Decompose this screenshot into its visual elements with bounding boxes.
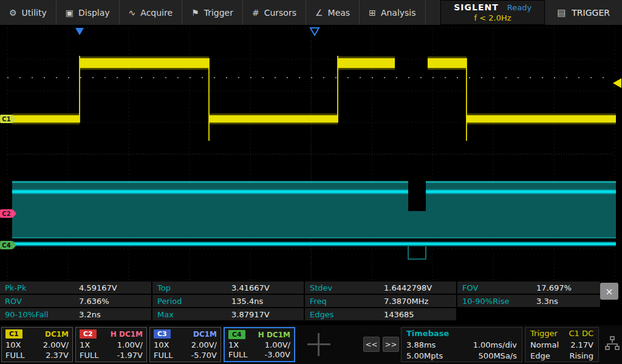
svg-text:C4: C4 — [2, 242, 10, 249]
trigger-panel[interactable]: Trigger C1 DC Normal 2.17V Edge Rising — [525, 327, 599, 362]
channel-c1-coupling: DC1M — [45, 330, 69, 339]
oscilloscope-screen: ⚙ Utility ▣ Display ∿ Acquire ⚑ Trigger … — [0, 0, 622, 364]
menu-meas[interactable]: ∠ Meas — [306, 0, 360, 25]
cursors-icon: # — [252, 8, 259, 18]
analysis-icon: ⊞ — [369, 8, 376, 18]
measurement-freq: Freq7.3870MHz — [305, 295, 456, 307]
measurement-panel: Pk-Pk4.59167V Top3.41667V Stdev1.6442798… — [0, 281, 600, 320]
channel-c3-offset: -5.70V — [191, 351, 217, 360]
menu-acquire-label: Acquire — [140, 8, 173, 18]
channel-c3-probe: 10X — [154, 340, 169, 349]
channel-c4-chip: C4 — [228, 330, 245, 339]
measurement-edges: Edges143685 — [305, 308, 456, 320]
menu-trigger[interactable]: ⚑ Trigger — [182, 0, 243, 25]
measurement-fall: 90-10%Fall3.2ns — [0, 308, 151, 320]
channel-c2-chip: C2 — [80, 329, 97, 339]
trigger-type: Edge — [530, 351, 550, 360]
menu-utility-label: Utility — [22, 8, 47, 18]
channel-c3-chip: C3 — [154, 329, 171, 339]
menu-analysis-label: Analysis — [381, 8, 416, 18]
gear-icon: ⚙ — [9, 8, 17, 18]
menu-trigger-label: Trigger — [204, 8, 233, 18]
channel-c1-chip: C1 — [5, 329, 22, 339]
measurement-rov: ROV7.636% — [0, 295, 151, 307]
timebase-points: 5.00Mpts — [406, 351, 443, 360]
waveform-icon: ∿ — [129, 8, 136, 18]
trigger-menu-label: TRIGGER — [572, 8, 610, 18]
flag-icon: ⚑ — [191, 8, 199, 18]
channel-c2-acq: FULL — [80, 351, 98, 360]
bottom-status-bar: C1 DC1M 10X2.00V/ FULL2.37V C2 H DC1M 1X… — [0, 325, 622, 364]
timebase-delay: 3.88ms — [406, 340, 436, 349]
acquisition-status: Ready — [507, 3, 531, 12]
measurement-stdev: Stdev1.6442798V — [305, 281, 456, 294]
channel-descriptor-c2[interactable]: C2 H DC1M 1X1.00V/ FULL-1.97V — [75, 327, 147, 362]
trigger-status-panel: SIGLENT Ready f < 2.0Hz — [440, 0, 545, 25]
menu-cursors[interactable]: # Cursors — [243, 0, 306, 25]
measure-page-prev-button[interactable]: << — [363, 337, 380, 352]
measurement-empty — [457, 308, 600, 320]
trigger-frequency-counter: f < 2.0Hz — [474, 13, 511, 22]
timebase-label: Timebase — [406, 329, 517, 338]
waveform-display[interactable]: C1C2C4 — [0, 25, 622, 280]
menu-utility[interactable]: ⚙ Utility — [0, 0, 56, 25]
channel-c3-acq: FULL — [154, 351, 173, 360]
channel-c1-probe: 10X — [5, 340, 21, 349]
trigger-slope: Rising — [569, 351, 593, 360]
measurement-period: Period135.4ns — [152, 295, 304, 307]
menu-cursors-label: Cursors — [264, 8, 296, 18]
channel-descriptor-c4[interactable]: C4 H DC1M 1X1.00V/ FULL-3.00V — [224, 327, 295, 362]
channel-c2-coupling: H DC1M — [111, 330, 143, 339]
measurement-close-button[interactable]: × — [600, 283, 618, 300]
channel-c2-offset: -1.97V — [117, 351, 143, 360]
menu-display[interactable]: ▣ Display — [56, 0, 120, 25]
svg-text:C1: C1 — [2, 116, 10, 123]
menu-acquire[interactable]: ∿ Acquire — [120, 0, 182, 25]
measurement-pkpk: Pk-Pk4.59167V — [0, 281, 151, 294]
channel-c1-acq: FULL — [5, 351, 24, 360]
measurement-fov: FOV17.697% — [457, 281, 600, 294]
timebase-panel[interactable]: Timebase 3.88ms 1.00ms/div 5.00Mpts 500M… — [401, 327, 522, 362]
measurement-top: Top3.41667V — [152, 281, 304, 294]
top-menu-bar: ⚙ Utility ▣ Display ∿ Acquire ⚑ Trigger … — [0, 0, 622, 25]
channel-c3-scale: 2.00V/ — [191, 340, 217, 349]
channel-c3-coupling: DC1M — [193, 330, 217, 339]
measurement-rise: 10-90%Rise3.3ns — [457, 295, 600, 307]
channel-c4-acq: FULL — [228, 350, 247, 359]
trigger-source: C1 DC — [569, 329, 593, 338]
trigger-label: Trigger — [530, 329, 558, 338]
crosshair-move-icon[interactable] — [307, 333, 330, 356]
channel-descriptor-c3[interactable]: C3 DC1M 10X2.00V/ FULL-5.70V — [149, 327, 221, 362]
display-icon: ▣ — [66, 8, 73, 18]
channel-c4-coupling: H DC1M — [258, 331, 290, 339]
ruler-icon: ∠ — [315, 8, 323, 18]
measurement-max: Max3.87917V — [152, 308, 304, 320]
channel-c4-scale: 1.00V/ — [265, 340, 290, 349]
channel-c1-offset: 2.37V — [46, 351, 69, 360]
trigger-menu-button[interactable]: ▤ TRIGGER — [545, 0, 622, 25]
menu-meas-label: Meas — [328, 8, 350, 18]
network-icon[interactable] — [605, 336, 620, 351]
trigger-level: 2.17V — [570, 340, 593, 349]
menu-analysis[interactable]: ⊞ Analysis — [360, 0, 425, 25]
channel-descriptor-c1[interactable]: C1 DC1M 10X2.00V/ FULL2.37V — [1, 327, 73, 362]
svg-text:C2: C2 — [2, 211, 10, 217]
menu-display-label: Display — [78, 8, 110, 18]
channel-c2-scale: 1.00V/ — [117, 340, 143, 349]
channel-c4-offset: -3.00V — [264, 350, 290, 359]
timebase-scale: 1.00ms/div — [473, 340, 517, 349]
trigger-menu-icon: ▤ — [557, 7, 566, 18]
measure-page-next-button[interactable]: >> — [383, 337, 399, 352]
trigger-mode: Normal — [530, 340, 559, 349]
channel-c1-scale: 2.00V/ — [43, 340, 69, 349]
channel-c4-probe: 1X — [228, 340, 239, 349]
timebase-samplerate: 500MSa/s — [479, 351, 517, 360]
close-icon: × — [605, 286, 613, 297]
siglent-logo: SIGLENT — [454, 2, 499, 12]
channel-c2-probe: 1X — [80, 340, 90, 349]
